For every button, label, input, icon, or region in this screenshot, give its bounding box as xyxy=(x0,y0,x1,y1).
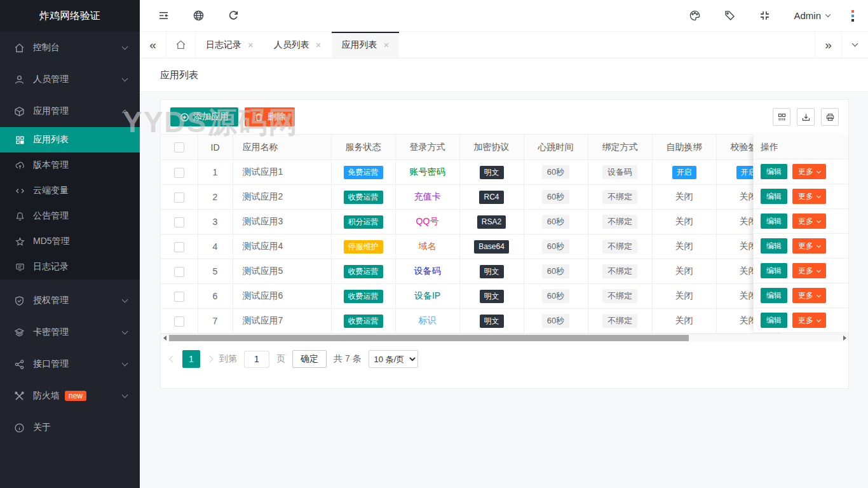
edit-button[interactable]: 编辑 xyxy=(761,214,787,229)
more-button[interactable]: 更多 xyxy=(792,238,826,254)
tabs-scroll-right[interactable]: » xyxy=(815,32,841,58)
goto-label: 到第 xyxy=(219,353,237,365)
goto-page-input[interactable] xyxy=(244,351,269,368)
chevron-down-icon xyxy=(122,391,128,398)
col-header-login: 登录方式 xyxy=(395,135,459,160)
col-header-rebind: 自助换绑 xyxy=(652,135,716,160)
more-button[interactable]: 更多 xyxy=(792,313,826,328)
user-menu[interactable]: Admin xyxy=(794,10,830,21)
edit-button[interactable]: 编辑 xyxy=(761,313,787,328)
sidebar-item-cloud-var[interactable]: 云端变量 xyxy=(0,178,140,203)
row-checkbox[interactable] xyxy=(174,316,184,327)
table-row: 4 测试应用4 停服维护 域名 Base64 60秒 不绑定 关闭 关闭 xyxy=(161,234,780,259)
shield-check-icon xyxy=(14,295,25,306)
encryption-badge: Base64 xyxy=(474,240,509,254)
tag-icon[interactable] xyxy=(724,10,736,22)
more-menu-icon[interactable] xyxy=(851,10,854,22)
chevron-down-icon xyxy=(817,317,821,322)
row-actions: 编辑更多 xyxy=(754,209,848,234)
content: 添加应用 删除 xyxy=(140,93,868,488)
close-icon[interactable]: × xyxy=(384,39,390,50)
encryption-badge: 明文 xyxy=(480,166,504,179)
sidebar-item-md5[interactable]: MD5管理 xyxy=(0,229,140,254)
tab-home[interactable] xyxy=(166,32,196,58)
scroll-right-arrow[interactable] xyxy=(841,334,848,342)
tab-logs[interactable]: 日志记录× xyxy=(196,32,264,58)
print-button[interactable] xyxy=(821,108,839,126)
tab-app-list[interactable]: 应用列表× xyxy=(332,32,400,58)
chevron-down-icon xyxy=(817,193,821,198)
row-checkbox[interactable] xyxy=(174,267,184,277)
chevron-down-icon xyxy=(817,268,821,272)
chevron-down-icon xyxy=(122,296,128,302)
prev-page-icon[interactable] xyxy=(169,355,176,362)
more-button[interactable]: 更多 xyxy=(792,189,826,204)
chevron-down-icon xyxy=(817,292,821,297)
row-checkbox[interactable] xyxy=(174,168,184,178)
rebind-badge: 开启 xyxy=(672,166,696,179)
edit-button[interactable]: 编辑 xyxy=(761,164,787,179)
tab-personnel-list[interactable]: 人员列表× xyxy=(264,32,332,58)
sidebar-item-auth[interactable]: 授权管理 xyxy=(0,285,140,316)
edit-button[interactable]: 编辑 xyxy=(761,288,787,303)
sidebar-item-app-list[interactable]: 应用列表 xyxy=(0,127,140,152)
horizontal-scrollbar[interactable] xyxy=(161,334,848,341)
sidebar-item-console[interactable]: 控制台 xyxy=(0,32,140,64)
sidebar-item-logs[interactable]: 日志记录 xyxy=(0,254,140,280)
more-button[interactable]: 更多 xyxy=(792,288,826,303)
sidebar-item-personnel[interactable]: 人员管理 xyxy=(0,64,140,95)
sidebar-item-app-mgmt[interactable]: 应用管理 xyxy=(0,95,140,127)
row-checkbox[interactable] xyxy=(174,292,184,302)
sidebar-item-about[interactable]: 关于 xyxy=(0,412,140,444)
tabs-menu[interactable] xyxy=(841,32,868,58)
more-button[interactable]: 更多 xyxy=(792,263,826,278)
sidebar-item-firewall[interactable]: 防火墙new xyxy=(0,380,140,412)
sidebar: 炸鸡网络验证 控制台 人员管理 应用管理 应用列表 版本管理 xyxy=(0,0,140,488)
sidebar-item-card[interactable]: 卡密管理 xyxy=(0,316,140,348)
sidebar-item-label: 应用管理 xyxy=(33,105,123,117)
close-icon[interactable]: × xyxy=(248,39,254,50)
row-checkbox[interactable] xyxy=(174,193,184,203)
delete-button[interactable]: 删除 xyxy=(245,107,295,126)
sidebar-item-announcement[interactable]: 公告管理 xyxy=(0,203,140,229)
sidebar-item-api[interactable]: 接口管理 xyxy=(0,348,140,380)
refresh-icon[interactable] xyxy=(227,10,240,22)
login-type: QQ号 xyxy=(416,216,439,226)
sidebar-item-label: MD5管理 xyxy=(33,236,70,247)
more-button[interactable]: 更多 xyxy=(792,164,826,179)
scroll-left-arrow[interactable] xyxy=(161,334,168,342)
more-button[interactable]: 更多 xyxy=(792,214,826,229)
collapse-sidebar-icon[interactable] xyxy=(158,10,170,22)
confirm-button[interactable]: 确定 xyxy=(292,350,327,368)
next-page-icon[interactable] xyxy=(206,355,213,362)
add-app-button[interactable]: 添加应用 xyxy=(170,107,238,126)
export-button[interactable] xyxy=(797,108,815,126)
tabs-scroll-left[interactable]: « xyxy=(140,32,166,58)
globe-icon[interactable] xyxy=(193,10,205,22)
table-toolbar: 添加应用 删除 xyxy=(161,100,848,134)
theme-palette-icon[interactable] xyxy=(689,10,701,22)
edit-button[interactable]: 编辑 xyxy=(761,189,787,204)
tabbar-spacer xyxy=(399,32,815,58)
star-icon xyxy=(15,237,25,247)
sidebar-item-version[interactable]: 版本管理 xyxy=(0,152,140,178)
table-tools xyxy=(773,108,839,126)
row-checkbox[interactable] xyxy=(174,217,184,227)
current-page[interactable]: 1 xyxy=(182,350,200,368)
edit-button[interactable]: 编辑 xyxy=(761,238,787,254)
close-icon[interactable]: × xyxy=(316,39,322,50)
add-circle-icon xyxy=(180,112,189,122)
col-header-heartbeat: 心跳时间 xyxy=(524,135,588,160)
select-all-checkbox[interactable] xyxy=(174,142,184,152)
sidebar-item-label: 控制台 xyxy=(33,42,123,53)
col-header-encryption: 加密协议 xyxy=(459,135,524,160)
filter-columns-button[interactable] xyxy=(773,108,790,126)
row-checkbox[interactable] xyxy=(174,242,184,252)
chevron-down-icon xyxy=(817,243,821,247)
edit-button[interactable]: 编辑 xyxy=(761,263,787,278)
row-actions: 编辑更多 xyxy=(754,234,848,259)
scrollbar-thumb[interactable] xyxy=(169,335,689,341)
share-icon xyxy=(14,359,25,370)
per-page-select[interactable]: 10 条/页 xyxy=(369,350,418,368)
fullscreen-icon[interactable] xyxy=(759,10,771,22)
